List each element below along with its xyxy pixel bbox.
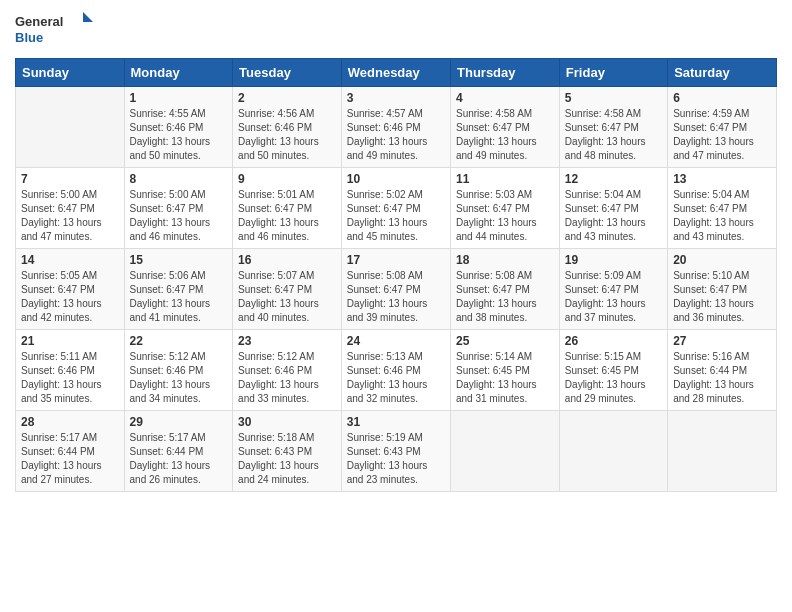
- daylight-text: Daylight: 13 hours and 35 minutes.: [21, 379, 102, 404]
- day-number: 10: [347, 172, 445, 186]
- day-number: 26: [565, 334, 662, 348]
- sunset-text: Sunset: 6:47 PM: [673, 284, 747, 295]
- daylight-text: Daylight: 13 hours and 43 minutes.: [565, 217, 646, 242]
- day-info: Sunrise: 5:09 AM Sunset: 6:47 PM Dayligh…: [565, 269, 662, 325]
- day-info: Sunrise: 5:19 AM Sunset: 6:43 PM Dayligh…: [347, 431, 445, 487]
- calendar-cell: 27 Sunrise: 5:16 AM Sunset: 6:44 PM Dayl…: [668, 330, 777, 411]
- daylight-text: Daylight: 13 hours and 33 minutes.: [238, 379, 319, 404]
- day-number: 22: [130, 334, 228, 348]
- sunrise-text: Sunrise: 5:02 AM: [347, 189, 423, 200]
- sunset-text: Sunset: 6:46 PM: [347, 365, 421, 376]
- calendar-cell: 6 Sunrise: 4:59 AM Sunset: 6:47 PM Dayli…: [668, 87, 777, 168]
- calendar-cell: 16 Sunrise: 5:07 AM Sunset: 6:47 PM Dayl…: [233, 249, 342, 330]
- day-number: 30: [238, 415, 336, 429]
- sunset-text: Sunset: 6:47 PM: [130, 284, 204, 295]
- sunset-text: Sunset: 6:44 PM: [673, 365, 747, 376]
- day-number: 15: [130, 253, 228, 267]
- day-number: 4: [456, 91, 554, 105]
- day-number: 5: [565, 91, 662, 105]
- sunset-text: Sunset: 6:47 PM: [456, 284, 530, 295]
- calendar-cell: 12 Sunrise: 5:04 AM Sunset: 6:47 PM Dayl…: [559, 168, 667, 249]
- weekday-header-sunday: Sunday: [16, 59, 125, 87]
- sunset-text: Sunset: 6:43 PM: [347, 446, 421, 457]
- day-info: Sunrise: 4:55 AM Sunset: 6:46 PM Dayligh…: [130, 107, 228, 163]
- day-info: Sunrise: 5:08 AM Sunset: 6:47 PM Dayligh…: [456, 269, 554, 325]
- daylight-text: Daylight: 13 hours and 50 minutes.: [130, 136, 211, 161]
- daylight-text: Daylight: 13 hours and 28 minutes.: [673, 379, 754, 404]
- day-number: 19: [565, 253, 662, 267]
- calendar-week-row: 28 Sunrise: 5:17 AM Sunset: 6:44 PM Dayl…: [16, 411, 777, 492]
- calendar: SundayMondayTuesdayWednesdayThursdayFrid…: [15, 58, 777, 492]
- day-number: 20: [673, 253, 771, 267]
- daylight-text: Daylight: 13 hours and 45 minutes.: [347, 217, 428, 242]
- calendar-cell: 14 Sunrise: 5:05 AM Sunset: 6:47 PM Dayl…: [16, 249, 125, 330]
- day-info: Sunrise: 5:05 AM Sunset: 6:47 PM Dayligh…: [21, 269, 119, 325]
- daylight-text: Daylight: 13 hours and 43 minutes.: [673, 217, 754, 242]
- day-number: 1: [130, 91, 228, 105]
- sunset-text: Sunset: 6:47 PM: [21, 203, 95, 214]
- sunrise-text: Sunrise: 4:58 AM: [456, 108, 532, 119]
- calendar-cell: [668, 411, 777, 492]
- day-info: Sunrise: 5:17 AM Sunset: 6:44 PM Dayligh…: [21, 431, 119, 487]
- calendar-cell: 15 Sunrise: 5:06 AM Sunset: 6:47 PM Dayl…: [124, 249, 233, 330]
- weekday-header-monday: Monday: [124, 59, 233, 87]
- sunrise-text: Sunrise: 5:09 AM: [565, 270, 641, 281]
- sunset-text: Sunset: 6:47 PM: [565, 203, 639, 214]
- day-info: Sunrise: 5:11 AM Sunset: 6:46 PM Dayligh…: [21, 350, 119, 406]
- sunrise-text: Sunrise: 5:16 AM: [673, 351, 749, 362]
- day-info: Sunrise: 4:56 AM Sunset: 6:46 PM Dayligh…: [238, 107, 336, 163]
- day-info: Sunrise: 5:03 AM Sunset: 6:47 PM Dayligh…: [456, 188, 554, 244]
- sunrise-text: Sunrise: 5:08 AM: [456, 270, 532, 281]
- sunrise-text: Sunrise: 5:17 AM: [130, 432, 206, 443]
- calendar-cell: 23 Sunrise: 5:12 AM Sunset: 6:46 PM Dayl…: [233, 330, 342, 411]
- sunset-text: Sunset: 6:47 PM: [456, 122, 530, 133]
- day-number: 24: [347, 334, 445, 348]
- day-number: 28: [21, 415, 119, 429]
- sunset-text: Sunset: 6:47 PM: [456, 203, 530, 214]
- sunset-text: Sunset: 6:47 PM: [673, 122, 747, 133]
- day-info: Sunrise: 5:15 AM Sunset: 6:45 PM Dayligh…: [565, 350, 662, 406]
- day-number: 27: [673, 334, 771, 348]
- sunset-text: Sunset: 6:46 PM: [130, 365, 204, 376]
- daylight-text: Daylight: 13 hours and 41 minutes.: [130, 298, 211, 323]
- sunrise-text: Sunrise: 5:08 AM: [347, 270, 423, 281]
- sunrise-text: Sunrise: 5:19 AM: [347, 432, 423, 443]
- daylight-text: Daylight: 13 hours and 44 minutes.: [456, 217, 537, 242]
- sunset-text: Sunset: 6:46 PM: [238, 122, 312, 133]
- header: General Blue: [15, 10, 777, 50]
- sunset-text: Sunset: 6:47 PM: [21, 284, 95, 295]
- day-info: Sunrise: 5:01 AM Sunset: 6:47 PM Dayligh…: [238, 188, 336, 244]
- day-number: 14: [21, 253, 119, 267]
- calendar-cell: 7 Sunrise: 5:00 AM Sunset: 6:47 PM Dayli…: [16, 168, 125, 249]
- calendar-cell: 28 Sunrise: 5:17 AM Sunset: 6:44 PM Dayl…: [16, 411, 125, 492]
- weekday-header-tuesday: Tuesday: [233, 59, 342, 87]
- sunrise-text: Sunrise: 5:11 AM: [21, 351, 97, 362]
- daylight-text: Daylight: 13 hours and 24 minutes.: [238, 460, 319, 485]
- logo: General Blue: [15, 10, 95, 50]
- daylight-text: Daylight: 13 hours and 38 minutes.: [456, 298, 537, 323]
- sunrise-text: Sunrise: 5:06 AM: [130, 270, 206, 281]
- day-info: Sunrise: 5:04 AM Sunset: 6:47 PM Dayligh…: [565, 188, 662, 244]
- day-number: 9: [238, 172, 336, 186]
- day-info: Sunrise: 5:04 AM Sunset: 6:47 PM Dayligh…: [673, 188, 771, 244]
- calendar-cell: [559, 411, 667, 492]
- weekday-header-row: SundayMondayTuesdayWednesdayThursdayFrid…: [16, 59, 777, 87]
- weekday-header-wednesday: Wednesday: [341, 59, 450, 87]
- day-number: 3: [347, 91, 445, 105]
- sunrise-text: Sunrise: 4:57 AM: [347, 108, 423, 119]
- daylight-text: Daylight: 13 hours and 37 minutes.: [565, 298, 646, 323]
- day-info: Sunrise: 5:17 AM Sunset: 6:44 PM Dayligh…: [130, 431, 228, 487]
- calendar-cell: 11 Sunrise: 5:03 AM Sunset: 6:47 PM Dayl…: [451, 168, 560, 249]
- day-number: 11: [456, 172, 554, 186]
- daylight-text: Daylight: 13 hours and 40 minutes.: [238, 298, 319, 323]
- day-number: 6: [673, 91, 771, 105]
- sunset-text: Sunset: 6:47 PM: [347, 203, 421, 214]
- logo-container: General Blue: [15, 10, 95, 50]
- day-info: Sunrise: 5:16 AM Sunset: 6:44 PM Dayligh…: [673, 350, 771, 406]
- calendar-cell: 22 Sunrise: 5:12 AM Sunset: 6:46 PM Dayl…: [124, 330, 233, 411]
- sunrise-text: Sunrise: 5:00 AM: [21, 189, 97, 200]
- sunset-text: Sunset: 6:47 PM: [238, 284, 312, 295]
- day-info: Sunrise: 5:18 AM Sunset: 6:43 PM Dayligh…: [238, 431, 336, 487]
- logo-svg: General Blue: [15, 10, 95, 50]
- sunrise-text: Sunrise: 4:56 AM: [238, 108, 314, 119]
